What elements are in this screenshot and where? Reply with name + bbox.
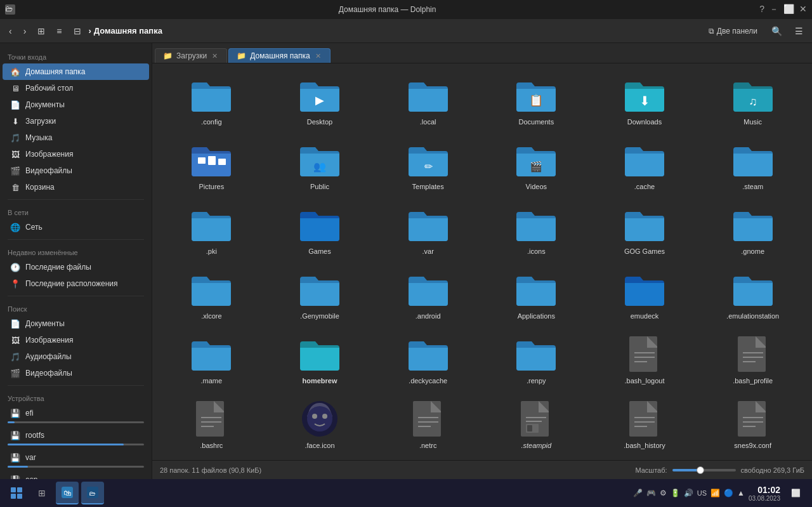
bluetooth-icon[interactable]: 🔵 <box>724 489 733 497</box>
sidebar-item-search-audio[interactable]: 🎵 Аудиофайлы <box>3 348 149 365</box>
folder-applications-label: Applications <box>518 312 555 320</box>
taskbar-store-icon[interactable]: 🛍 <box>56 482 79 504</box>
sidebar-item-recent-files[interactable]: 🕐 Последние файлы <box>3 259 149 275</box>
folder-deckycache[interactable]: .deckycache <box>376 330 480 390</box>
folder-applications[interactable]: Applications <box>485 265 588 325</box>
folder-var[interactable]: .var <box>376 201 480 260</box>
clock[interactable]: 01:02 03.08.2023 <box>749 485 780 502</box>
sidebar-item-music[interactable]: 🎵 Музыка <box>3 129 149 146</box>
home-icon: 🏠 <box>10 67 20 77</box>
folder-downloads[interactable]: ⬇ Downloads <box>593 71 697 131</box>
section-network-title: В сети <box>0 204 152 219</box>
view-columns-button[interactable]: ⊟ <box>70 23 85 39</box>
folder-videos[interactable]: 🎬 Videos <box>485 136 588 195</box>
sidebar-item-home[interactable]: 🏠 Домашняя папка <box>3 63 149 80</box>
folder-documents[interactable]: 📋 Documents <box>485 71 588 131</box>
sidebar-item-trash[interactable]: 🗑 Корзина <box>3 179 149 195</box>
sidebar-item-var[interactable]: 💾 var <box>3 449 149 466</box>
folder-local[interactable]: .local <box>376 71 480 131</box>
sidebar-item-images[interactable]: 🖼 Изображения <box>3 146 149 162</box>
steam-tray-icon[interactable]: ⚙ <box>660 489 667 497</box>
sidebar-item-esp[interactable]: 💾 esp <box>3 471 149 479</box>
scale-slider[interactable] <box>672 469 736 471</box>
file-bashrc[interactable]: .bashrc <box>160 395 263 454</box>
sidebar-item-efi[interactable]: 💾 efi <box>3 405 149 421</box>
show-desktop-icon[interactable]: ⬜ <box>784 482 807 504</box>
tab-home[interactable]: 📁 Домашняя папка ✕ <box>228 48 330 63</box>
tab-downloads[interactable]: 📁 Загрузки ✕ <box>155 48 227 63</box>
file-netrc[interactable]: .netrc <box>376 395 480 454</box>
file-bash-history[interactable]: .bash_history <box>593 395 697 454</box>
sidebar-item-rootfs[interactable]: 💾 rootfs <box>3 427 149 444</box>
close-icon[interactable]: ✕ <box>799 4 807 15</box>
folder-pictures-icon <box>189 141 233 179</box>
taskbar-start-icon[interactable] <box>5 482 28 504</box>
sidebar-item-search-images[interactable]: 🖼 Изображения <box>3 332 149 348</box>
two-panels-button[interactable]: ⧉ Две панели <box>704 24 763 38</box>
folder-templates[interactable]: ✏ Templates <box>376 136 480 195</box>
file-snes9x-conf[interactable]: snes9x.conf <box>701 395 804 454</box>
folder-gog-games[interactable]: GOG Games <box>593 201 697 260</box>
forward-button[interactable]: › <box>20 23 30 39</box>
folder-genymobile[interactable]: .Genymobile <box>268 265 372 325</box>
sidebar-item-recent-locations[interactable]: 📍 Последние расположения <box>3 275 149 292</box>
mic-icon[interactable]: 🎤 <box>633 489 643 497</box>
folder-mame[interactable]: .mame <box>160 330 263 390</box>
folder-pictures[interactable]: Pictures <box>160 136 263 195</box>
folder-xlcore[interactable]: .xlcore <box>160 265 263 325</box>
folder-public[interactable]: 👥 Public <box>268 136 372 195</box>
folder-public-label: Public <box>310 183 329 190</box>
tab-home-close[interactable]: ✕ <box>314 52 322 60</box>
folder-emudeck[interactable]: emudeck <box>593 265 697 325</box>
taskbar-activities-icon[interactable]: ⊞ <box>30 482 53 504</box>
taskbar-dolphin-icon[interactable]: 🗁 <box>81 482 104 504</box>
breadcrumb-location[interactable]: Домашняя папка <box>94 26 162 36</box>
folder-steam[interactable]: .steam <box>701 136 804 195</box>
sidebar-item-search-documents[interactable]: 📄 Документы <box>3 315 149 332</box>
section-devices-title: Устройства <box>0 390 152 405</box>
tab-downloads-close[interactable]: ✕ <box>211 52 219 60</box>
view-list-button[interactable]: ≡ <box>53 23 65 39</box>
folder-music[interactable]: ♫ Music <box>701 71 804 131</box>
folder-homebrew[interactable]: homebrew <box>268 330 372 390</box>
svg-text:🎬: 🎬 <box>530 161 542 173</box>
sidebar-item-network[interactable]: 🌐 Сеть <box>3 219 149 235</box>
folder-games[interactable]: Games <box>268 201 372 260</box>
folder-android[interactable]: .android <box>376 265 480 325</box>
file-bash-profile[interactable]: .bash_profile <box>701 330 804 390</box>
menu-button[interactable]: ☰ <box>791 23 807 39</box>
gamepad-icon[interactable]: 🎮 <box>646 489 656 497</box>
file-bash-logout[interactable]: .bash_logout <box>593 330 697 390</box>
volume-icon[interactable]: 🔊 <box>684 489 693 497</box>
wifi-icon[interactable]: 📶 <box>710 489 720 497</box>
file-face-icon[interactable]: .face.icon <box>268 395 372 454</box>
maximize-icon[interactable]: ⬜ <box>783 4 794 15</box>
folder-gog-games-label: GOG Games <box>624 247 665 255</box>
file-bashrc-label: .bashrc <box>200 442 223 449</box>
folder-emulationstation[interactable]: .emulationstation <box>701 265 804 325</box>
minimize-icon[interactable]: － <box>769 4 778 15</box>
folder-var-label: .var <box>422 247 433 255</box>
folder-cache[interactable]: .cache <box>593 136 697 195</box>
sidebar-item-documents[interactable]: 📄 Документы <box>3 96 149 113</box>
sidebar-item-downloads[interactable]: ⬇ Загрузки <box>3 113 149 129</box>
search-button[interactable]: 🔍 <box>768 23 786 39</box>
file-steampid[interactable]: .steampid <box>485 395 588 454</box>
folder-pki[interactable]: .pki <box>160 201 263 260</box>
system-menu-icon[interactable]: ▲ <box>737 489 745 497</box>
sidebar-item-search-videos[interactable]: 🎬 Видеофайлы <box>3 365 149 381</box>
folder-xlcore-label: .xlcore <box>201 312 221 320</box>
svg-point-28 <box>322 414 327 419</box>
sidebar-item-desktop[interactable]: 🖥 Рабочий стол <box>3 80 149 96</box>
help-icon[interactable]: ? <box>759 4 764 15</box>
view-icons-button[interactable]: ⊞ <box>34 23 49 39</box>
folder-icons[interactable]: .icons <box>485 201 588 260</box>
folder-config[interactable]: .config <box>160 71 263 131</box>
folder-gnome[interactable]: .gnome <box>701 201 804 260</box>
folder-desktop[interactable]: ▶ Desktop <box>268 71 372 131</box>
back-button[interactable]: ‹ <box>5 23 16 39</box>
battery-icon[interactable]: 🔋 <box>671 489 680 497</box>
sidebar-item-videos[interactable]: 🎬 Видеофайлы <box>3 162 149 179</box>
folder-var-icon <box>406 206 450 244</box>
folder-renpy[interactable]: .renpy <box>485 330 588 390</box>
